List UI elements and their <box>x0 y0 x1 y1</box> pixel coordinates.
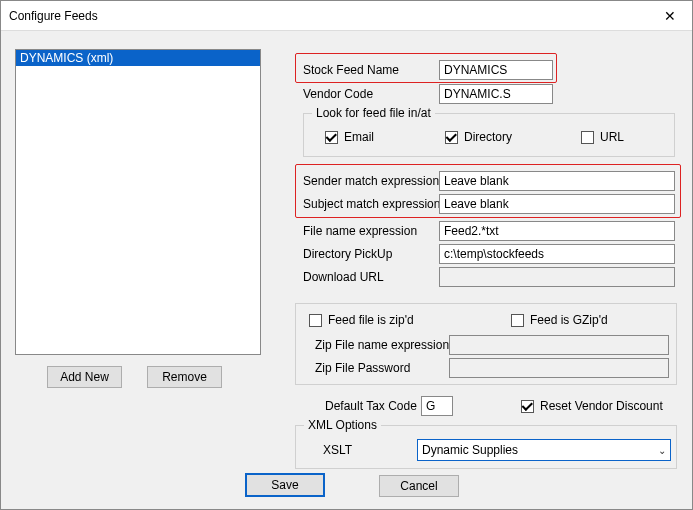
look-for-legend: Look for feed file in/at <box>312 106 435 120</box>
download-url-label: Download URL <box>303 270 384 284</box>
chevron-down-icon: ⌄ <box>658 445 666 456</box>
xslt-select[interactable]: Dynamic Supplies ⌄ <box>417 439 671 461</box>
feed-gzip-checkbox[interactable]: Feed is GZip'd <box>511 313 608 327</box>
stock-feed-name-label: Stock Feed Name <box>303 63 399 77</box>
window-title: Configure Feeds <box>9 9 650 23</box>
checkbox-icon <box>325 131 338 144</box>
directory-pickup-label: Directory PickUp <box>303 247 392 261</box>
feed-gzip-label: Feed is GZip'd <box>530 313 608 327</box>
default-tax-label: Default Tax Code <box>325 399 417 413</box>
remove-button[interactable]: Remove <box>147 366 222 388</box>
email-cb-label: Email <box>344 130 374 144</box>
zip-pw-input[interactable] <box>449 358 669 378</box>
download-url-input[interactable] <box>439 267 675 287</box>
checkbox-icon <box>511 314 524 327</box>
reset-vendor-checkbox[interactable]: Reset Vendor Discount <box>521 399 663 413</box>
window: Configure Feeds ✕ DYNAMICS (xml) Add New… <box>0 0 693 510</box>
url-checkbox[interactable]: URL <box>581 130 624 144</box>
file-name-expr-label: File name expression <box>303 224 417 238</box>
checkbox-icon <box>521 400 534 413</box>
xslt-value: Dynamic Supplies <box>422 443 518 457</box>
checkbox-icon <box>581 131 594 144</box>
xslt-label: XSLT <box>323 443 352 457</box>
zip-file-expr-label: Zip File name expression <box>315 338 449 352</box>
reset-vendor-label: Reset Vendor Discount <box>540 399 663 413</box>
sender-match-label: Sender match expression <box>303 174 439 188</box>
directory-cb-label: Directory <box>464 130 512 144</box>
zip-pw-label: Zip File Password <box>315 361 410 375</box>
directory-pickup-input[interactable]: c:\temp\stockfeeds <box>439 244 675 264</box>
default-tax-input[interactable]: G <box>421 396 453 416</box>
xml-options-legend: XML Options <box>304 418 381 432</box>
checkbox-icon <box>309 314 322 327</box>
checkbox-icon <box>445 131 458 144</box>
content-area: DYNAMICS (xml) Add New Remove Stock Feed… <box>1 31 692 509</box>
file-name-expr-input[interactable]: Feed2.*txt <box>439 221 675 241</box>
directory-checkbox[interactable]: Directory <box>445 130 512 144</box>
save-button[interactable]: Save <box>245 473 325 497</box>
stock-feed-name-input[interactable]: DYNAMICS <box>439 60 553 80</box>
list-item[interactable]: DYNAMICS (xml) <box>16 50 260 66</box>
url-cb-label: URL <box>600 130 624 144</box>
subject-match-label: Subject match expression <box>303 197 440 211</box>
close-icon[interactable]: ✕ <box>650 2 690 30</box>
email-checkbox[interactable]: Email <box>325 130 374 144</box>
feed-zip-label: Feed file is zip'd <box>328 313 414 327</box>
vendor-code-label: Vendor Code <box>303 87 373 101</box>
sender-match-input[interactable]: Leave blank <box>439 171 675 191</box>
subject-match-input[interactable]: Leave blank <box>439 194 675 214</box>
cancel-button[interactable]: Cancel <box>379 475 459 497</box>
feed-zip-checkbox[interactable]: Feed file is zip'd <box>309 313 414 327</box>
add-new-button[interactable]: Add New <box>47 366 122 388</box>
feed-listbox[interactable]: DYNAMICS (xml) <box>15 49 261 355</box>
zip-file-expr-input[interactable] <box>449 335 669 355</box>
titlebar: Configure Feeds ✕ <box>1 1 692 31</box>
vendor-code-input[interactable]: DYNAMIC.S <box>439 84 553 104</box>
